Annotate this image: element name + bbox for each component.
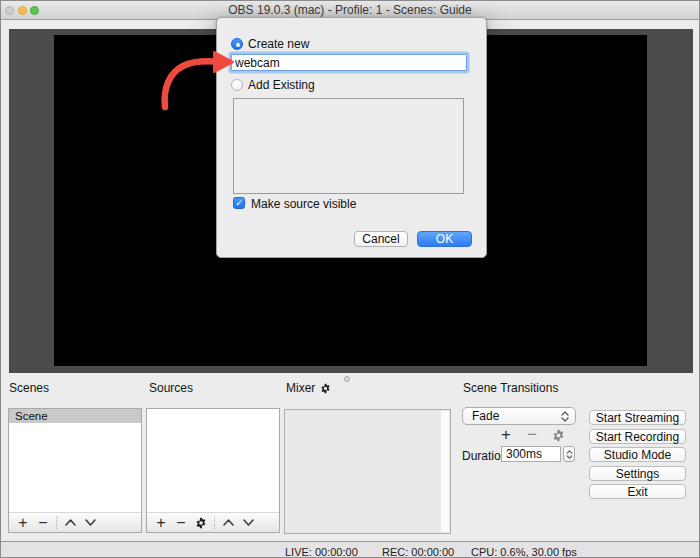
scenes-dock-label: Scenes (9, 381, 49, 395)
move-scene-down-button[interactable] (80, 514, 100, 532)
remove-scene-button[interactable]: − (33, 514, 53, 531)
sources-dock-label: Sources (149, 381, 193, 395)
mixer-panel (284, 409, 451, 534)
sources-toolbar: + − (147, 512, 279, 532)
duration-stepper[interactable] (563, 446, 575, 462)
mixer-scrollbar[interactable] (441, 411, 449, 532)
add-existing-radio[interactable] (231, 79, 243, 91)
mixer-dock-title: Mixer (286, 381, 331, 395)
move-source-up-button[interactable] (218, 514, 238, 532)
scene-list-item[interactable]: Scene (9, 409, 141, 423)
minimize-button[interactable] (18, 6, 27, 15)
make-source-visible-label: Make source visible (251, 197, 356, 211)
cpu-fps-status: CPU: 0.6%, 30.00 fps (471, 546, 577, 558)
ok-button[interactable]: OK (417, 231, 472, 247)
move-source-down-button[interactable] (238, 514, 258, 532)
dock-splitter-handle[interactable] (344, 376, 350, 382)
transition-select-value: Fade (472, 409, 499, 423)
rec-time-status: REC: 00:00:00 (382, 546, 454, 558)
duration-input[interactable] (501, 446, 561, 462)
window-title: OBS 19.0.3 (mac) - Profile: 1 - Scenes: … (228, 3, 471, 17)
mixer-dock-label: Mixer (286, 381, 315, 395)
scenes-toolbar: + − (9, 512, 141, 532)
remove-transition-button[interactable]: − (524, 427, 540, 443)
start-streaming-button[interactable]: Start Streaming (589, 410, 686, 425)
select-chevrons-icon (561, 411, 569, 422)
source-properties-gear-icon[interactable] (191, 514, 211, 532)
create-new-radio[interactable] (231, 38, 243, 50)
transition-select[interactable]: Fade (462, 407, 576, 425)
toolbar-separator (214, 516, 215, 529)
zoom-button[interactable] (30, 6, 39, 15)
scenes-panel: Scene + − (8, 408, 142, 533)
studio-mode-button[interactable]: Studio Mode (589, 447, 686, 462)
add-existing-label: Add Existing (248, 79, 315, 92)
exit-button[interactable]: Exit (589, 484, 686, 499)
close-button[interactable] (5, 6, 14, 15)
remove-source-button[interactable]: − (171, 514, 191, 531)
settings-button[interactable]: Settings (589, 466, 686, 481)
make-source-visible-checkbox[interactable]: ✓ (233, 197, 245, 209)
live-time-status: LIVE: 00:00:00 (285, 546, 358, 558)
obs-main-window: OBS 19.0.3 (mac) - Profile: 1 - Scenes: … (0, 0, 700, 558)
sources-panel: + − (146, 408, 280, 533)
add-source-button[interactable]: + (151, 514, 171, 531)
start-recording-button[interactable]: Start Recording (589, 429, 686, 444)
mixer-gear-icon[interactable] (320, 383, 331, 394)
add-transition-button[interactable]: + (498, 427, 514, 443)
add-source-dialog: Create new Add Existing ✓ Make source vi… (216, 17, 487, 258)
transition-properties-gear-icon[interactable] (550, 429, 566, 445)
create-new-label: Create new (248, 38, 309, 51)
transitions-dock-label: Scene Transitions (463, 381, 558, 395)
add-scene-button[interactable]: + (13, 514, 33, 531)
check-icon: ✓ (235, 198, 243, 208)
sources-dock-title: Sources (149, 381, 193, 395)
cancel-button[interactable]: Cancel (354, 231, 408, 247)
statusbar: LIVE: 00:00:00 REC: 00:00:00 CPU: 0.6%, … (1, 541, 699, 558)
scenes-dock-title: Scenes (9, 381, 49, 395)
source-name-input[interactable] (231, 54, 467, 71)
transitions-dock-title: Scene Transitions (463, 381, 558, 395)
existing-sources-list[interactable] (233, 98, 464, 194)
move-scene-up-button[interactable] (60, 514, 80, 532)
toolbar-separator (56, 516, 57, 529)
